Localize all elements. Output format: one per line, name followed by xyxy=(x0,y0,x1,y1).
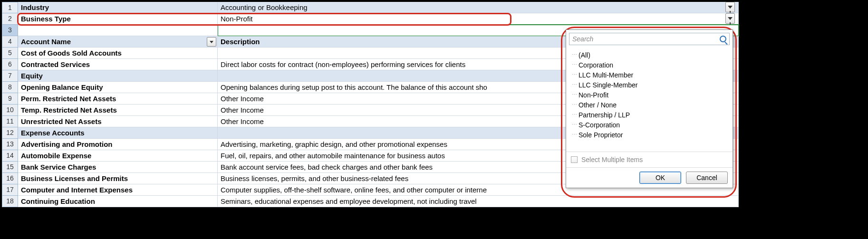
tree-branch-icon: ⋯ xyxy=(572,52,577,58)
filter-tree-item[interactable]: ⋯Non-Profit xyxy=(571,90,728,100)
filter-tree-item[interactable]: ⋯LLC Single-Member xyxy=(571,80,728,90)
row-number[interactable]: 2 xyxy=(2,13,18,25)
tree-branch-icon: ⋯ xyxy=(572,132,577,138)
tree-branch-icon: ⋯ xyxy=(572,112,577,118)
cell-account-name[interactable]: Perm. Restricted Net Assets xyxy=(18,93,218,105)
cell-account-name[interactable]: Equity xyxy=(18,70,218,82)
filter-icon-row1[interactable] xyxy=(725,2,735,12)
cell-account-name[interactable]: Industry xyxy=(18,2,218,13)
filter-tree-item-label: Sole Proprietor xyxy=(579,131,623,139)
tree-branch-icon: ⋯ xyxy=(572,72,577,78)
cell-description[interactable]: Accounting or Bookkeeping xyxy=(218,2,739,13)
filter-tree-item[interactable]: ⋯Corporation xyxy=(571,60,728,70)
cell-account-name[interactable]: Automobile Expense xyxy=(18,150,218,162)
row-number[interactable]: 7 xyxy=(2,70,18,82)
table-row[interactable]: 18Continuing EducationSeminars, educatio… xyxy=(2,196,739,207)
filter-tree-item-label: LLC Single-Member xyxy=(579,81,638,89)
right-filter-column xyxy=(725,2,737,25)
filter-tree-item[interactable]: ⋯Other / None xyxy=(571,100,728,110)
cell-account-name[interactable]: Business Licenses and Permits xyxy=(18,173,218,184)
cancel-button[interactable]: Cancel xyxy=(686,172,728,184)
row-number[interactable]: 17 xyxy=(2,184,18,196)
filter-tree-item[interactable]: ⋯LLC Multi-Member xyxy=(571,70,728,80)
row-number[interactable]: 14 xyxy=(2,150,18,162)
row-number[interactable]: 8 xyxy=(2,82,18,93)
cell-account-name[interactable]: Unrestricted Net Assets xyxy=(18,116,218,127)
row-number[interactable]: 11 xyxy=(2,116,18,127)
filter-tree-item-label: (All) xyxy=(579,51,590,59)
ok-button[interactable]: OK xyxy=(639,172,681,184)
tree-branch-icon: ⋯ xyxy=(572,82,577,88)
row-number[interactable]: 6 xyxy=(2,59,18,70)
cell-account-name[interactable]: Bank Service Charges xyxy=(18,162,218,173)
cell-account-name[interactable]: Business Type xyxy=(18,13,218,25)
cell-account-name[interactable]: Cost of Goods Sold Accounts xyxy=(18,48,218,59)
row-number[interactable]: 18 xyxy=(2,196,18,207)
cell-account-name[interactable]: Account Name xyxy=(18,36,218,48)
row-number[interactable]: 16 xyxy=(2,173,18,184)
row-number[interactable]: 5 xyxy=(2,48,18,59)
row-number[interactable]: 3 xyxy=(2,25,18,36)
filter-tree-item-label: Non-Profit xyxy=(579,91,608,99)
tree-branch-icon: ⋯ xyxy=(572,92,577,98)
filter-tree-item[interactable]: ⋯Sole Proprietor xyxy=(571,130,728,140)
filter-tree-item-label: Other / None xyxy=(579,101,617,109)
filter-tree-item[interactable]: ⋯Partnership / LLP xyxy=(571,110,728,120)
row-number[interactable]: 4 xyxy=(2,36,18,48)
cell-account-name[interactable]: Expense Accounts xyxy=(18,127,218,139)
cell-description[interactable]: Non-Profit xyxy=(218,13,739,25)
row-number[interactable]: 12 xyxy=(2,127,18,139)
cell-account-name[interactable]: Opening Balance Equity xyxy=(18,82,218,93)
cell-description[interactable]: Seminars, educational expenses and emplo… xyxy=(218,196,739,207)
row-number[interactable]: 9 xyxy=(2,93,18,105)
filter-popup: Search ⋯(All)⋯Corporation⋯LLC Multi-Memb… xyxy=(566,29,733,188)
select-multiple-label: Select Multiple Items xyxy=(581,156,643,163)
tree-branch-icon: ⋯ xyxy=(572,102,577,108)
filter-tree-item[interactable]: ⋯S-Corporation xyxy=(571,120,728,130)
search-icon xyxy=(720,36,726,42)
select-multiple-checkbox[interactable] xyxy=(571,156,578,163)
cell-account-name[interactable]: Advertising and Promotion xyxy=(18,139,218,150)
row-number[interactable]: 13 xyxy=(2,139,18,150)
cell-account-name[interactable]: Continuing Education xyxy=(18,196,218,207)
cell-account-name[interactable]: Computer and Internet Expenses xyxy=(18,184,218,196)
cell-account-name[interactable]: Contracted Services xyxy=(18,59,218,70)
cell-account-name[interactable] xyxy=(18,25,218,36)
filter-search-input[interactable]: Search xyxy=(569,33,730,45)
row-number[interactable]: 1 xyxy=(2,2,18,13)
filter-icon-row2[interactable] xyxy=(725,13,735,24)
filter-tree: ⋯(All)⋯Corporation⋯LLC Multi-Member⋯LLC … xyxy=(566,48,733,152)
select-multiple-row[interactable]: Select Multiple Items xyxy=(566,152,733,167)
search-placeholder: Search xyxy=(572,35,593,43)
filter-tree-item-label: Partnership / LLP xyxy=(579,111,630,119)
table-row[interactable]: 1IndustryAccounting or Bookkeeping xyxy=(2,2,739,13)
tree-branch-icon: ⋯ xyxy=(572,122,577,128)
popup-button-row: OK Cancel xyxy=(566,167,733,188)
filter-tree-item-label: Corporation xyxy=(579,61,613,69)
cell-account-name[interactable]: Temp. Restricted Net Assets xyxy=(18,105,218,116)
filter-tree-item-label: S-Corporation xyxy=(579,121,620,129)
row-number[interactable]: 10 xyxy=(2,105,18,116)
table-row[interactable]: 2Business TypeNon-Profit xyxy=(2,13,739,25)
tree-branch-icon: ⋯ xyxy=(572,62,577,68)
row-number[interactable]: 15 xyxy=(2,162,18,173)
column-filter-dropdown-icon[interactable] xyxy=(207,37,216,47)
filter-tree-item-label: LLC Multi-Member xyxy=(579,71,633,79)
filter-tree-item[interactable]: ⋯(All) xyxy=(571,50,728,60)
